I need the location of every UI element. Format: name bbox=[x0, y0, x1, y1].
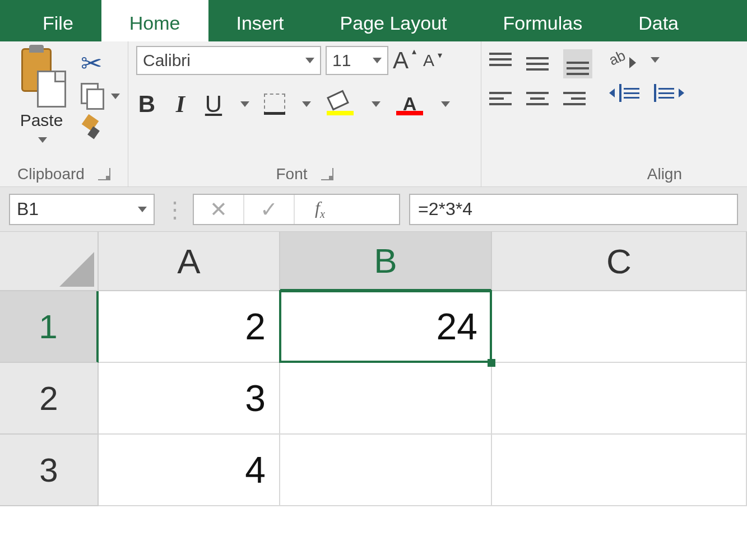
underline-button[interactable]: U bbox=[203, 91, 224, 118]
enter-formula-button[interactable]: ✓ bbox=[244, 195, 295, 224]
font-name-value: Calibri bbox=[143, 51, 191, 70]
tab-file[interactable]: File bbox=[15, 0, 101, 41]
cell-C1[interactable] bbox=[492, 291, 747, 363]
clipboard-group-label: Clipboard bbox=[17, 165, 85, 183]
italic-button[interactable]: I bbox=[172, 91, 189, 118]
tab-data[interactable]: Data bbox=[610, 0, 707, 41]
fill-handle[interactable] bbox=[488, 359, 495, 367]
align-right-icon[interactable] bbox=[563, 92, 586, 105]
align-middle-icon[interactable] bbox=[526, 53, 549, 75]
font-dialog-launcher[interactable] bbox=[321, 168, 333, 180]
copy-icon[interactable] bbox=[81, 83, 105, 110]
tab-page-layout[interactable]: Page Layout bbox=[312, 0, 475, 41]
cut-icon[interactable]: ✂ bbox=[81, 50, 120, 76]
tab-insert[interactable]: Insert bbox=[208, 0, 312, 41]
borders-icon[interactable] bbox=[264, 94, 285, 115]
insert-function-button[interactable]: fx bbox=[295, 195, 345, 224]
font-name-combo[interactable]: Calibri bbox=[136, 46, 321, 75]
tab-home[interactable]: Home bbox=[101, 0, 208, 41]
cell-A2[interactable]: 3 bbox=[99, 363, 280, 435]
orientation-dropdown[interactable] bbox=[651, 57, 660, 63]
decrease-font-icon[interactable]: A▾ bbox=[423, 51, 434, 70]
formula-text: =2*3*4 bbox=[418, 199, 472, 220]
paste-icon[interactable] bbox=[17, 48, 66, 104]
copy-dropdown[interactable] bbox=[111, 94, 120, 99]
cell-B1[interactable]: 24 bbox=[280, 291, 492, 363]
fill-color-icon[interactable] bbox=[326, 93, 355, 115]
formula-input[interactable]: =2*3*4 bbox=[409, 194, 738, 225]
align-center-icon[interactable] bbox=[526, 92, 549, 105]
col-header-C[interactable]: C bbox=[492, 232, 747, 291]
cell-A3[interactable]: 4 bbox=[99, 435, 280, 506]
cell-B3[interactable] bbox=[280, 435, 492, 506]
cell-B2[interactable] bbox=[280, 363, 492, 435]
cell-C3[interactable] bbox=[492, 435, 747, 506]
alignment-group-label: Align bbox=[647, 165, 682, 183]
group-clipboard: Paste ✂ Clipboard bbox=[0, 41, 128, 186]
ribbon-tabs: File Home Insert Page Layout Formulas Da… bbox=[0, 0, 747, 41]
row-header-2[interactable]: 2 bbox=[0, 363, 99, 435]
format-painter-icon[interactable] bbox=[81, 116, 103, 139]
font-size-combo[interactable]: 11 bbox=[326, 46, 388, 75]
font-size-value: 11 bbox=[332, 51, 351, 70]
clipboard-dialog-launcher[interactable] bbox=[98, 168, 110, 180]
orientation-icon[interactable]: ab bbox=[609, 49, 634, 71]
paste-dropdown[interactable] bbox=[36, 130, 47, 148]
col-header-A[interactable]: A bbox=[99, 232, 280, 291]
font-group-label: Font bbox=[276, 165, 307, 183]
bold-button[interactable]: B bbox=[136, 91, 157, 118]
row-header-3[interactable]: 3 bbox=[0, 435, 99, 506]
formula-bar-separator: ⋮ bbox=[164, 197, 184, 222]
borders-dropdown[interactable] bbox=[302, 101, 311, 107]
underline-dropdown[interactable] bbox=[240, 101, 249, 107]
row-header-1[interactable]: 1 bbox=[0, 291, 99, 363]
worksheet-grid[interactable]: A B C 1 2 24 2 3 3 4 bbox=[0, 232, 747, 506]
cancel-formula-button[interactable]: ✕ bbox=[194, 195, 244, 224]
name-box[interactable]: B1 bbox=[9, 194, 155, 225]
paste-button[interactable]: Paste bbox=[20, 111, 63, 130]
font-color-dropdown[interactable] bbox=[441, 101, 450, 107]
align-bottom-icon[interactable] bbox=[567, 53, 589, 75]
tab-formulas[interactable]: Formulas bbox=[475, 0, 610, 41]
font-color-icon[interactable]: A bbox=[395, 93, 424, 115]
fill-color-dropdown[interactable] bbox=[372, 101, 381, 107]
formula-bar: B1 ⋮ ✕ ✓ fx =2*3*4 bbox=[0, 187, 747, 232]
ribbon: Paste ✂ Clipboard Calibri bbox=[0, 41, 747, 187]
select-all-corner[interactable] bbox=[0, 232, 99, 291]
group-font: Calibri 11 A▴ A▾ B I U A bbox=[128, 41, 481, 186]
cell-A1[interactable]: 2 bbox=[99, 291, 280, 363]
cell-C2[interactable] bbox=[492, 363, 747, 435]
group-alignment: ab Align bbox=[481, 41, 692, 186]
fx-controls: ✕ ✓ fx bbox=[193, 194, 400, 225]
decrease-indent-icon[interactable] bbox=[609, 84, 639, 102]
align-left-icon[interactable] bbox=[489, 92, 512, 105]
increase-font-icon[interactable]: A▴ bbox=[393, 47, 409, 74]
increase-indent-icon[interactable] bbox=[654, 84, 684, 102]
name-box-value: B1 bbox=[17, 199, 39, 220]
col-header-B[interactable]: B bbox=[280, 232, 492, 291]
align-top-icon[interactable] bbox=[489, 53, 512, 75]
